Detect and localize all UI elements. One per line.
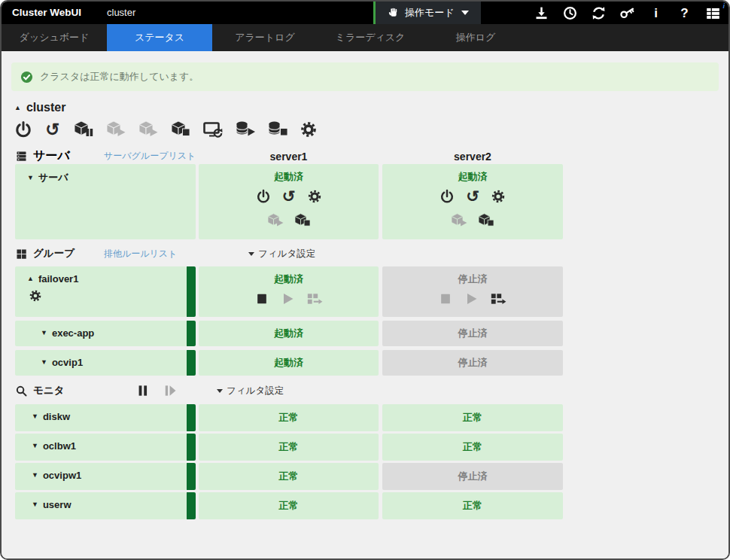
- server-gear-icon[interactable]: [307, 189, 322, 204]
- ocvipw1-server1-cell: 正常: [199, 463, 379, 490]
- download-icon[interactable]: [534, 5, 549, 21]
- resource-name: ocvip1: [52, 357, 83, 368]
- column-header-server2: server2: [382, 151, 563, 163]
- group-start-icon[interactable]: [280, 291, 295, 306]
- help-icon[interactable]: ?: [677, 5, 692, 21]
- gear-icon[interactable]: [300, 120, 318, 138]
- monitor-resume-icon[interactable]: [163, 383, 178, 398]
- monitor-label-cell[interactable]: ▼userw: [15, 492, 187, 519]
- monitor-restart-icon[interactable]: [202, 120, 224, 138]
- group-grid-icon: [15, 248, 28, 260]
- hand-icon: [388, 7, 400, 19]
- service-stop-icon[interactable]: [294, 213, 312, 228]
- status-badge: 起動済: [274, 327, 303, 340]
- server-row-label: サーバ: [38, 171, 68, 184]
- undo-icon[interactable]: ↺: [44, 120, 62, 138]
- group-move-icon[interactable]: [489, 291, 507, 306]
- cluster-name-heading: cluster: [26, 101, 65, 114]
- server-reboot-icon[interactable]: ↺: [281, 189, 297, 204]
- monitor-pause-icon[interactable]: [135, 383, 151, 398]
- server-power-icon[interactable]: [440, 189, 455, 204]
- collapse-down-icon: ▼: [32, 472, 38, 479]
- status-bar: [187, 404, 196, 431]
- clock-icon[interactable]: [562, 5, 578, 21]
- group-stop-icon[interactable]: [254, 291, 269, 306]
- group-section-header: グループ 排他ルールリスト フィルタ設定: [15, 247, 719, 260]
- resource-label-cell[interactable]: ▼ exec-app: [15, 321, 187, 346]
- server-section-header: サーバ サーバグループリスト server1 server2: [15, 148, 719, 164]
- group-gear-icon[interactable]: [29, 289, 42, 303]
- cluster-health-alert: クラスタは正常に動作しています。: [11, 62, 719, 91]
- integrated-status-icon[interactable]: i: [705, 5, 721, 21]
- cube-stop-icon[interactable]: [170, 120, 191, 138]
- refresh-icon[interactable]: [591, 5, 607, 21]
- tab-status[interactable]: ステータス: [107, 24, 212, 51]
- column-header-server1: server1: [199, 151, 379, 163]
- chevron-down-icon: [217, 389, 223, 393]
- group-label-cell[interactable]: ▲ failover1: [15, 266, 187, 317]
- monitor-label-cell[interactable]: ▼ocvipw1: [15, 463, 187, 490]
- status-badge: 起動済: [274, 356, 303, 370]
- tab-dashboard[interactable]: ダッシュボード: [2, 24, 107, 51]
- power-icon[interactable]: [14, 120, 32, 138]
- monitor-name: diskw: [43, 411, 70, 422]
- operation-mode-dropdown[interactable]: 操作モード: [373, 2, 481, 24]
- cube-resume-icon[interactable]: [105, 120, 126, 138]
- monitor-filter-toggle[interactable]: フィルタ設定: [217, 385, 284, 397]
- group-stop-icon[interactable]: [438, 291, 453, 306]
- monitor-label-cell[interactable]: ▼diskw: [15, 404, 187, 431]
- status-bar: [187, 492, 196, 519]
- search-icon: [15, 385, 28, 397]
- exclusion-rule-list-link[interactable]: 排他ルールリスト: [104, 248, 203, 260]
- mirror-stop-icon[interactable]: [267, 120, 288, 138]
- server-group-list-link[interactable]: サーバグループリスト: [104, 150, 196, 163]
- service-start-icon[interactable]: [450, 213, 468, 228]
- cluster-title: cluster: [107, 2, 135, 24]
- tab-operation-log[interactable]: 操作ログ: [423, 24, 528, 51]
- exec-app-server1-cell: 起動済: [199, 321, 379, 346]
- server-section-title: サーバ: [15, 148, 104, 164]
- group-name: failover1: [38, 273, 78, 285]
- collapse-up-icon: ▲: [14, 105, 21, 111]
- server-power-icon[interactable]: [256, 189, 271, 204]
- tab-bar: ダッシュボード ステータス アラートログ ミラーディスク 操作ログ: [2, 24, 728, 51]
- status-badge: 停止済: [458, 470, 488, 483]
- mirror-start-icon[interactable]: [235, 120, 256, 138]
- status-badge: 正常: [279, 411, 299, 425]
- server-gear-icon[interactable]: [491, 189, 506, 204]
- service-stop-icon[interactable]: [477, 213, 495, 228]
- tab-alert-log[interactable]: アラートログ: [212, 24, 318, 51]
- status-bar: [187, 350, 196, 376]
- server-stack-icon: [15, 150, 28, 163]
- cluster-toolbar: ↺: [14, 120, 719, 139]
- server1-status-cell: 起動済 ↺: [199, 164, 379, 239]
- userw-server2-cell: 正常: [382, 492, 563, 519]
- group-move-icon[interactable]: [306, 291, 324, 306]
- status-badge: 停止済: [458, 356, 488, 370]
- status-badge: 正常: [279, 440, 299, 454]
- oclbw1-server1-cell: 正常: [199, 434, 379, 461]
- operation-mode-label: 操作モード: [405, 6, 455, 20]
- status-badge: 正常: [279, 470, 299, 483]
- topbar-icon-group: i ? i: [534, 2, 721, 24]
- info-icon[interactable]: i: [648, 5, 664, 21]
- status-bar: [187, 321, 196, 346]
- cube-start-icon[interactable]: [138, 120, 159, 138]
- resource-label-cell[interactable]: ▼ ocvip1: [15, 350, 187, 376]
- failover1-server1-cell: 起動済: [199, 266, 379, 317]
- service-start-icon[interactable]: [266, 213, 284, 228]
- key-icon[interactable]: [619, 5, 635, 21]
- status-badge: 正常: [463, 411, 482, 425]
- cube-pause-icon[interactable]: [73, 120, 94, 138]
- monitor-label-cell[interactable]: ▼oclbw1: [15, 434, 187, 461]
- server-row-label-cell[interactable]: ▼ サーバ: [15, 164, 196, 239]
- status-badge: 正常: [463, 440, 482, 454]
- userw-server1-cell: 正常: [199, 492, 379, 519]
- group-start-icon[interactable]: [464, 291, 479, 306]
- check-circle-icon: [20, 71, 33, 84]
- group-row-failover1: ▲ failover1 起動済 停止済: [15, 266, 719, 317]
- server-reboot-icon[interactable]: ↺: [465, 189, 480, 204]
- cluster-collapse-header[interactable]: ▲ cluster: [14, 101, 719, 114]
- tab-mirror-disk[interactable]: ミラーディスク: [318, 24, 423, 51]
- group-filter-toggle[interactable]: フィルタ設定: [248, 248, 315, 260]
